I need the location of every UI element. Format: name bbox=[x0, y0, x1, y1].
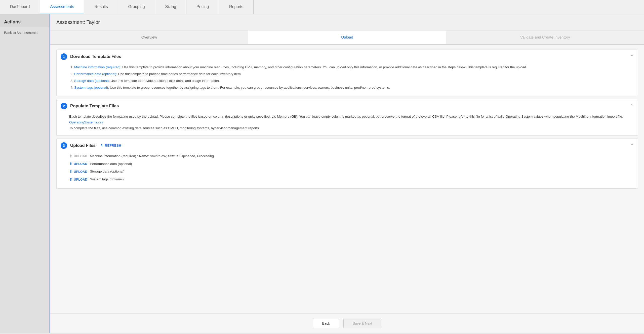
section-number-2: 2 bbox=[61, 103, 67, 109]
back-to-assessments-link[interactable]: Back to Assessments bbox=[0, 27, 50, 38]
upload-tags-text: System tags (optional) bbox=[90, 177, 124, 182]
machine-info-link[interactable]: Machine information (required): bbox=[74, 65, 122, 69]
section-download-header-left: 1 Download Template Files bbox=[61, 53, 121, 60]
scroll-content: 1 Download Template Files ⌃ Machine info… bbox=[50, 45, 644, 313]
section-download-body: Machine information (required): Use this… bbox=[57, 63, 638, 96]
section-upload-title: Upload Files bbox=[70, 143, 96, 148]
upload-machine-button[interactable]: ⇧ UPLOAD bbox=[69, 154, 87, 158]
assessment-header: Assessment: Taylor bbox=[50, 14, 644, 30]
populate-body-end: To complete the files, use common existi… bbox=[69, 125, 634, 131]
populate-body-text: Each template describes the formatting u… bbox=[69, 115, 623, 118]
upload-machine-label: UPLOAD bbox=[74, 154, 88, 158]
upload-performance-button[interactable]: ⇧ UPLOAD bbox=[69, 162, 87, 166]
performance-data-link[interactable]: Performance data (optional): bbox=[74, 72, 117, 76]
tab-results[interactable]: Results bbox=[84, 0, 118, 14]
system-tags-text: Use this template to group resources tog… bbox=[110, 86, 390, 89]
back-button[interactable]: Back bbox=[313, 319, 339, 328]
section-download: 1 Download Template Files ⌃ Machine info… bbox=[56, 50, 638, 96]
section-populate-header-left: 2 Populate Template Files bbox=[61, 103, 119, 109]
upload-row-performance: ⇧ UPLOAD Performance data (optional) bbox=[69, 161, 634, 167]
status-label: Status: bbox=[168, 154, 180, 158]
tab-upload[interactable]: Upload bbox=[248, 30, 446, 44]
section-upload-header[interactable]: 3 Upload Files ↻ REFRESH ⌃ bbox=[57, 139, 638, 152]
section-number-3: 3 bbox=[61, 142, 67, 149]
storage-data-text: Use this template to provide additional … bbox=[111, 79, 220, 83]
main-layout: Actions Back to Assessments Assessment: … bbox=[0, 14, 644, 333]
name-value: vmInfo.csv, bbox=[150, 154, 167, 158]
upload-tags-icon: ⇧ bbox=[69, 177, 73, 182]
tab-pricing[interactable]: Pricing bbox=[186, 0, 219, 14]
list-item: Performance data (optional): Use this te… bbox=[74, 71, 634, 77]
upload-performance-label: UPLOAD bbox=[74, 162, 88, 166]
tab-dashboard[interactable]: Dashboard bbox=[0, 0, 40, 14]
chevron-up-icon-download: ⌃ bbox=[630, 54, 634, 59]
upload-row-tags: ⇧ UPLOAD System tags (optional) bbox=[69, 177, 634, 182]
upload-storage-button[interactable]: ⇧ UPLOAD bbox=[69, 170, 87, 174]
upload-performance-icon: ⇧ bbox=[69, 162, 73, 166]
upload-tags-button[interactable]: ⇧ UPLOAD bbox=[69, 177, 87, 182]
section-populate-header[interactable]: 2 Populate Template Files ⌃ bbox=[57, 99, 638, 113]
list-item: Storage data (optional): Use this templa… bbox=[74, 78, 634, 84]
upload-performance-text: Performance data (optional) bbox=[90, 161, 132, 167]
machine-info-text: Use this template to provide information… bbox=[122, 65, 527, 69]
upload-row-machine: ⇧ UPLOAD Machine information (required) … bbox=[69, 153, 634, 159]
bottom-bar: Back Save & Next bbox=[50, 313, 644, 333]
tab-overview[interactable]: Overview bbox=[50, 30, 248, 44]
save-next-button[interactable]: Save & Next bbox=[343, 319, 382, 328]
section-upload-files: 3 Upload Files ↻ REFRESH ⌃ ⇧ UPL bbox=[56, 139, 638, 189]
section-populate-title: Populate Template Files bbox=[70, 104, 119, 109]
performance-data-text: Use this template to provide time-series… bbox=[118, 72, 242, 76]
refresh-label: REFRESH bbox=[105, 144, 122, 147]
storage-data-link[interactable]: Storage data (optional): bbox=[74, 79, 110, 83]
section-populate-body: Each template describes the formatting u… bbox=[57, 113, 638, 135]
upload-tags-label: UPLOAD bbox=[74, 178, 88, 181]
populate-text: Each template describes the formatting u… bbox=[69, 114, 634, 125]
section-upload-header-left: 3 Upload Files ↻ REFRESH bbox=[61, 142, 121, 149]
section-download-title: Download Template Files bbox=[70, 54, 121, 59]
tab-reports[interactable]: Reports bbox=[219, 0, 254, 14]
content-area: Assessment: Taylor Overview Upload Valid… bbox=[50, 14, 644, 333]
sub-tabs: Overview Upload Validate and Create Inve… bbox=[50, 30, 644, 45]
tab-grouping[interactable]: Grouping bbox=[118, 0, 155, 14]
operating-systems-csv-link[interactable]: OperatingSystems.csv bbox=[69, 120, 103, 124]
section-upload-body: ⇧ UPLOAD Machine information (required) … bbox=[57, 152, 638, 189]
chevron-up-icon-populate: ⌃ bbox=[630, 103, 634, 109]
sidebar: Actions Back to Assessments bbox=[0, 14, 50, 333]
section-download-header[interactable]: 1 Download Template Files ⌃ bbox=[57, 50, 638, 63]
tab-sizing[interactable]: Sizing bbox=[155, 0, 187, 14]
upload-machine-icon: ⇧ bbox=[69, 154, 73, 158]
upload-machine-text: Machine information (required) : Name: v… bbox=[90, 153, 214, 159]
system-tags-link[interactable]: System tags (optional): bbox=[74, 86, 109, 89]
list-item: Machine information (required): Use this… bbox=[74, 64, 634, 70]
status-value: Uploaded, Processing bbox=[181, 154, 214, 158]
section-populate: 2 Populate Template Files ⌃ Each templat… bbox=[56, 99, 638, 136]
upload-row-storage: ⇧ UPLOAD Storage data (optional) bbox=[69, 169, 634, 175]
upload-storage-text: Storage data (optional) bbox=[90, 169, 124, 175]
name-label: Name: bbox=[139, 154, 149, 158]
upload-storage-label: UPLOAD bbox=[74, 170, 88, 174]
list-item: System tags (optional): Use this templat… bbox=[74, 85, 634, 91]
section-number-1: 1 bbox=[61, 53, 67, 60]
upload-storage-icon: ⇧ bbox=[69, 170, 73, 174]
tab-validate: Validate and Create Inventory bbox=[446, 30, 644, 44]
sidebar-actions-header: Actions bbox=[0, 14, 50, 27]
chevron-up-icon-upload: ⌃ bbox=[630, 143, 634, 148]
refresh-button[interactable]: ↻ REFRESH bbox=[101, 144, 121, 147]
refresh-icon: ↻ bbox=[101, 144, 104, 147]
top-nav: DashboardAssessmentsResultsGroupingSizin… bbox=[0, 0, 644, 14]
tab-assessments[interactable]: Assessments bbox=[40, 0, 84, 14]
